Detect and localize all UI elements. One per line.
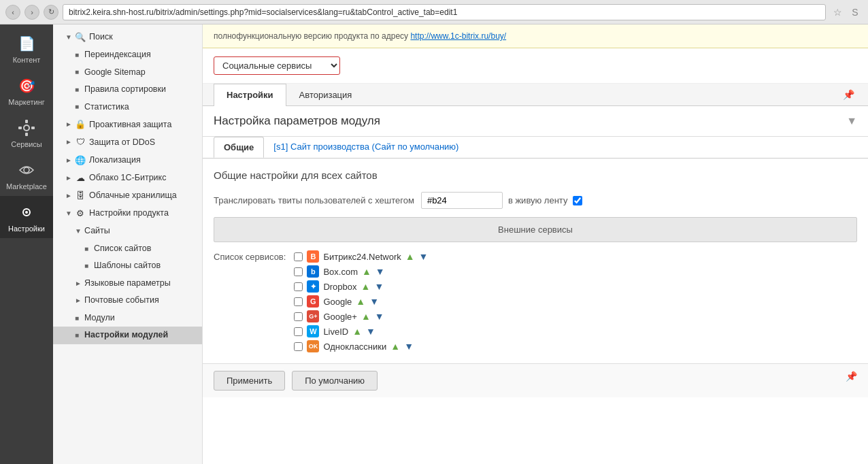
collapse-icon[interactable]: ▼: [846, 115, 857, 127]
dropdown-row: Социальные сервисы: [203, 48, 868, 84]
service-item-googleplus: G+ Google+ ▲ ▼: [294, 310, 428, 322]
nav-item-sites-list[interactable]: ■ Список сайтов: [53, 240, 202, 258]
service-down-liveid[interactable]: ▼: [366, 326, 375, 337]
nav-item-cloud1c[interactable]: ► ☁ Облако 1С-Битрикс: [53, 169, 202, 187]
service-name-ok: Одноклассники: [323, 342, 386, 352]
services-list-label: Список сервисов:: [214, 250, 286, 262]
sidebar-item-label: Marketplace: [6, 182, 47, 190]
live-feed-label: в живую ленту: [508, 195, 568, 205]
nav-tree: ▼ 🔍 Поиск ■ Переиндексация ■ Google Site…: [53, 24, 203, 464]
url-bar[interactable]: [63, 4, 826, 20]
service-down-google[interactable]: ▼: [369, 296, 379, 307]
bottom-bar: Применить По умолчанию 📌: [203, 363, 868, 397]
nav-item-site-templates[interactable]: ■ Шаблоны сайтов: [53, 257, 202, 275]
service-up-liveid[interactable]: ▲: [352, 326, 362, 337]
module-select[interactable]: Социальные сервисы: [214, 56, 340, 75]
forward-button[interactable]: ›: [24, 5, 39, 20]
tweet-label: Транслировать твиты пользователей с хешт…: [214, 195, 414, 205]
pin-bottom-icon: 📌: [846, 371, 857, 391]
nav-item-module-settings[interactable]: ■ Настройки модулей: [53, 327, 202, 344]
nav-item-modules[interactable]: ■ Модули: [53, 310, 202, 327]
service-name-google: Google: [323, 297, 352, 307]
expand-arrow: ▼: [65, 33, 72, 42]
tab-auth[interactable]: Авторизация: [286, 84, 365, 106]
service-item-liveid: W LiveID ▲ ▼: [294, 325, 428, 337]
info-bar: полнофункциональную версию продукта по а…: [203, 24, 868, 48]
service-down-googleplus[interactable]: ▼: [375, 311, 384, 322]
nav-item-sort-rules[interactable]: ■ Правила сортировки: [53, 81, 202, 99]
sidebar-item-label: Контент: [13, 56, 41, 64]
service-checkbox-liveid[interactable]: [294, 327, 303, 336]
service-checkbox-googleplus[interactable]: [294, 312, 303, 321]
service-checkbox-ok[interactable]: [294, 342, 303, 351]
svg-rect-3: [18, 127, 22, 129]
liveid-logo: W: [307, 325, 319, 337]
nav-item-localization[interactable]: ► 🌐 Локализация: [53, 152, 202, 169]
tweet-form-row: Транслировать твиты пользователей с хешт…: [214, 192, 857, 209]
nav-item-reindex[interactable]: ■ Переиндексация: [53, 46, 202, 64]
settings-content: Общие настройки для всех сайтов Транслир…: [203, 159, 868, 363]
nav-item-mail-events[interactable]: ► Почтовые события: [53, 292, 202, 310]
nav-item-stats[interactable]: ■ Статистика: [53, 99, 202, 116]
back-button[interactable]: ‹: [5, 5, 20, 20]
sidebar-item-services[interactable]: Сервисы: [0, 112, 53, 154]
sidebar-item-marketplace[interactable]: Marketplace: [0, 154, 53, 196]
nav-item-cloud-storage[interactable]: ► 🗄 Облачные хранилища: [53, 187, 202, 205]
apply-button[interactable]: Применить: [214, 371, 285, 391]
default-button[interactable]: По умолчанию: [292, 371, 378, 391]
inner-tab-general[interactable]: Общие: [214, 137, 264, 158]
marketplace-icon: [16, 159, 37, 181]
user-icon[interactable]: S: [848, 5, 863, 20]
service-checkbox-bitrix24[interactable]: [294, 252, 303, 261]
service-checkbox-google[interactable]: [294, 297, 303, 306]
box-logo: b: [307, 265, 319, 278]
nav-item-product-settings[interactable]: ▼ ⚙ Настройки продукта: [53, 205, 202, 222]
reload-button[interactable]: ↻: [44, 5, 59, 20]
marketing-icon: 🎯: [16, 75, 37, 97]
sidebar-item-label: Маркетинг: [8, 98, 44, 106]
bookmark-icon[interactable]: ☆: [830, 5, 845, 20]
hashtag-input[interactable]: [421, 192, 503, 209]
browser-bar: ‹ › ↻ ☆ S: [0, 0, 868, 24]
nav-item-lang-params[interactable]: ► Языковые параметры: [53, 275, 202, 293]
service-item-box: b Box.com ▲ ▼: [294, 265, 428, 278]
service-item-bitrix24: B Битрикс24.Network ▲ ▼: [294, 250, 428, 263]
googleplus-logo: G+: [307, 310, 319, 322]
service-checkbox-dropbox[interactable]: [294, 282, 303, 291]
sidebar-item-label: Настройки: [8, 225, 45, 233]
tab-settings[interactable]: Настройки: [214, 84, 286, 106]
service-up-bitrix24[interactable]: ▲: [405, 251, 415, 262]
sidebar-item-settings[interactable]: Настройки: [0, 196, 53, 238]
service-down-box[interactable]: ▼: [375, 266, 385, 277]
services-list: B Битрикс24.Network ▲ ▼ b Box.com ▲ ▼: [294, 250, 428, 352]
service-name-dropbox: Dropbox: [323, 282, 356, 292]
service-down-dropbox[interactable]: ▼: [374, 281, 384, 292]
service-item-dropbox: ✦ Dropbox ▲ ▼: [294, 280, 428, 293]
service-up-googleplus[interactable]: ▲: [361, 311, 371, 322]
nav-item-sitemap[interactable]: ■ Google Sitemap: [53, 64, 202, 82]
main-tabs: Настройки Авторизация 📌: [203, 84, 868, 106]
nav-item-search[interactable]: ▼ 🔍 Поиск: [53, 29, 202, 46]
sidebar-item-marketing[interactable]: 🎯 Маркетинг: [0, 69, 53, 112]
sidebar-item-content[interactable]: 📄 Контент: [0, 27, 53, 69]
bitrix24-logo: B: [307, 250, 319, 263]
nav-item-ddos[interactable]: ► 🛡 Защита от DDoS: [53, 133, 202, 151]
service-name-googleplus: Google+: [323, 312, 357, 322]
service-up-dropbox[interactable]: ▲: [361, 281, 371, 292]
svg-rect-2: [25, 133, 28, 136]
live-feed-checkbox[interactable]: [573, 196, 582, 205]
service-up-google[interactable]: ▲: [356, 296, 365, 307]
bitrix-buy-link[interactable]: http://www.1c-bitrix.ru/buy/: [410, 31, 506, 41]
sidebar: 📄 Контент 🎯 Маркетинг Сервисы: [0, 24, 53, 464]
service-up-ok[interactable]: ▲: [390, 341, 400, 352]
settings-icon: [16, 201, 37, 223]
service-checkbox-box[interactable]: [294, 267, 303, 276]
service-up-box[interactable]: ▲: [362, 266, 371, 277]
ok-logo: OK: [307, 340, 319, 352]
service-down-ok[interactable]: ▼: [404, 341, 414, 352]
module-header: Настройка параметров модуля ▼: [203, 106, 868, 137]
inner-tab-site[interactable]: [s1] Сайт производства (Сайт по умолчани…: [264, 137, 468, 158]
nav-item-sites[interactable]: ▼ Сайты: [53, 222, 202, 240]
nav-item-proactive[interactable]: ► 🔒 Проактивная защита: [53, 116, 202, 133]
service-down-bitrix24[interactable]: ▼: [419, 251, 429, 262]
